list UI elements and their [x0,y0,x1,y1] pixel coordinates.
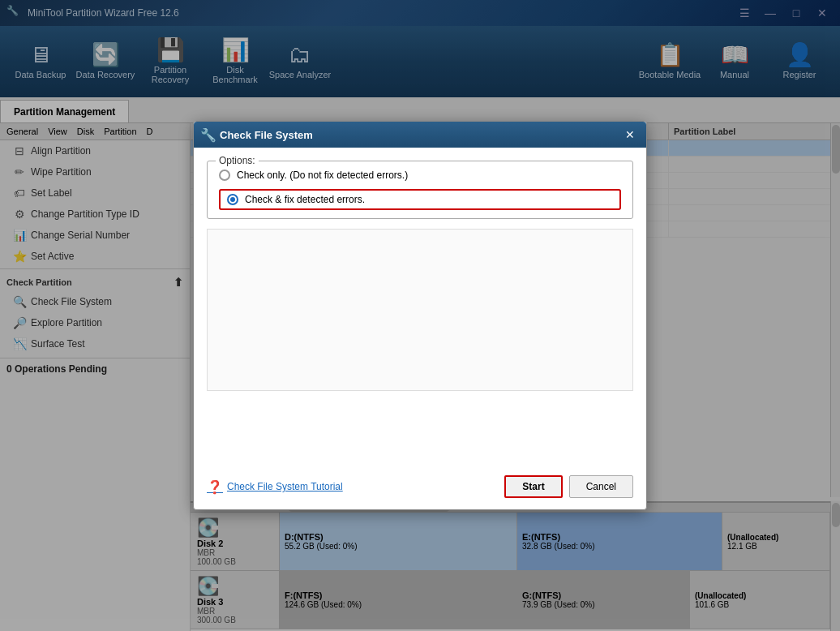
help-icon: ❓ [207,479,223,495]
modal-content-area [207,229,633,391]
radio-check-only-label: Check only. (Do not fix detected errors.… [237,170,408,181]
radio-check-only-circle [219,170,230,181]
check-file-system-modal: 🔧 Check File System ✕ Options: Check onl… [193,121,647,510]
modal-overlay: 🔧 Check File System ✕ Options: Check onl… [0,0,840,631]
modal-title-icon: 🔧 [200,127,215,142]
radio-check-fix-label: Check & fix detected errors. [245,194,365,205]
modal-close-button[interactable]: ✕ [620,127,640,143]
modal-body: Options: Check only. (Do not fix detecte… [194,148,646,467]
help-link[interactable]: ❓ Check File System Tutorial [207,479,504,495]
modal-footer-buttons: Start Cancel [504,475,633,498]
radio-check-fix-circle [227,194,238,205]
radio-check-fix-inner [230,197,235,202]
cancel-button[interactable]: Cancel [569,475,633,498]
radio-check-fix-container[interactable]: Check & fix detected errors. [219,189,621,210]
options-label: Options: [216,155,259,166]
modal-title-text: Check File System [220,129,620,141]
modal-footer: ❓ Check File System Tutorial Start Cance… [194,467,646,509]
start-button[interactable]: Start [504,475,562,498]
radio-check-only[interactable]: Check only. (Do not fix detected errors.… [219,170,621,181]
options-group: Options: Check only. (Do not fix detecte… [207,161,633,219]
modal-title-bar: 🔧 Check File System ✕ [194,122,646,148]
